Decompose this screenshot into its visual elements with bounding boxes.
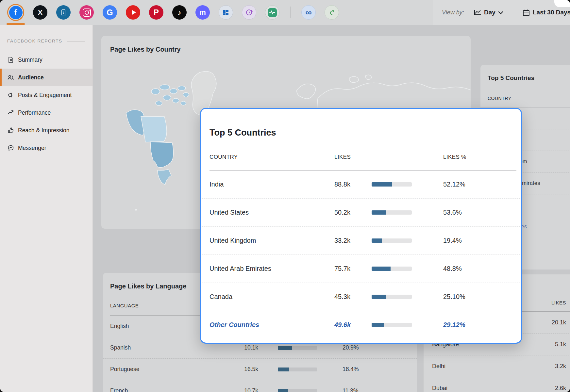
panel-title: Top 5 Countries: [488, 74, 534, 82]
likes-pct-column-header: LIKES %: [443, 154, 466, 160]
likes-bar-fill: [278, 389, 288, 392]
country-cell: United Arab Emirates: [210, 255, 271, 283]
likes-cell: 50.2k: [334, 199, 350, 226]
likes-bar: [372, 295, 412, 299]
likes-bar-fill: [372, 210, 386, 215]
likes-pct-cell: 19.4%: [443, 227, 462, 254]
map-canada-island: [181, 101, 186, 105]
country-table-row: India88.8k52.12%: [201, 171, 521, 199]
likes-bar-fill: [278, 368, 289, 371]
top-right-popup-corner: [554, 0, 570, 7]
likes-bar: [372, 267, 412, 271]
likes-column-header: LIKES: [334, 154, 351, 160]
card-title: Page Likes by Language: [110, 283, 186, 290]
likes-bar: [372, 210, 412, 215]
sidebar-item-audience[interactable]: Audience: [0, 69, 92, 86]
performance-icon: [7, 109, 14, 116]
likes-pct-cell: 48.8%: [443, 255, 462, 283]
zoho-crm-icon[interactable]: ∞: [301, 5, 316, 20]
network-icon-strip: f X G P ♪ m ∞: [7, 0, 339, 25]
youtube-icon[interactable]: [126, 5, 140, 20]
sidebar-item-posts-engagement[interactable]: Posts & Engagement: [0, 86, 92, 104]
google-icon[interactable]: G: [103, 5, 117, 20]
other-countries-row[interactable]: Other Countries49.6k29.12%: [201, 311, 521, 339]
map-canada-island: [173, 98, 179, 103]
language-column-header: LANGUAGE: [110, 303, 139, 308]
likes-pct-cell: 18.4%: [343, 359, 359, 380]
map-canada-island: [163, 95, 171, 100]
facebook-icon[interactable]: f: [9, 6, 23, 19]
likes-bar: [372, 323, 412, 327]
map-canada-island: [183, 92, 189, 97]
sidebar-item-reach-impression[interactable]: Reach & Impression: [0, 122, 92, 139]
language-table-row: French10.7k11.3%: [103, 380, 417, 392]
topbar-divider: [290, 7, 291, 18]
chevron-down-icon: [498, 10, 503, 16]
city-cell: Dubai: [432, 377, 447, 392]
city-table-row: Dubai2.6k: [424, 377, 570, 392]
likes-cell: 33.2k: [334, 227, 350, 254]
modal-country-rows: India88.8k52.12%United States50.2k53.6%U…: [201, 171, 521, 339]
top-5-countries-modal: Top 5 Countries COUNTRY LIKES LIKES % In…: [200, 108, 522, 344]
sidebar-item-label: Audience: [18, 74, 44, 81]
sidebar-item-summary[interactable]: Summary: [0, 51, 92, 69]
map-small-island: [135, 209, 137, 210]
likes-bar: [372, 182, 412, 187]
channel-topbar: f X G P ♪ m ∞: [0, 0, 570, 25]
app-clock-icon[interactable]: [242, 5, 256, 20]
topbar-right-divider: [432, 0, 432, 25]
country-column-header: COUNTRY: [210, 154, 238, 160]
country-cell: Canada: [210, 283, 232, 311]
likes-pct-cell: 11.3%: [343, 380, 358, 392]
map-islands-north: [350, 75, 372, 83]
sidebar-section-title: FACEBOOK REPORTS: [7, 39, 62, 43]
sidebar-item-label: Performance: [18, 109, 51, 116]
zoho-desk-icon[interactable]: [325, 5, 339, 20]
modal-table-headers: COUNTRY LIKES LIKES %: [201, 154, 521, 166]
language-table-row: Portuguese16.5k18.4%: [103, 359, 417, 380]
language-cell: French: [110, 380, 128, 392]
country-table-row: United Kingdom33.2k19.4%: [201, 227, 521, 255]
pinterest-icon[interactable]: P: [149, 5, 163, 20]
map-canada-island: [170, 89, 177, 94]
instagram-icon[interactable]: [79, 5, 94, 20]
app-grid-icon[interactable]: [219, 5, 233, 20]
country-table-row: United Arab Emirates75.7k48.8%: [201, 255, 521, 283]
x-twitter-icon[interactable]: X: [33, 5, 47, 20]
country-cell: United States: [210, 199, 249, 226]
country-cell: United Kingdom: [210, 227, 256, 254]
facebook-active-ring: f: [7, 4, 24, 21]
sidebar-item-messenger[interactable]: Messenger: [0, 139, 92, 157]
chart-line-icon: [474, 9, 482, 17]
card-title: Page Likes by Country: [110, 46, 181, 53]
view-by-value-dropdown[interactable]: Day: [484, 0, 495, 25]
likes-bar-fill: [372, 295, 386, 299]
sidebar-item-label: Posts & Engagement: [18, 92, 72, 99]
map-canada-island: [156, 101, 162, 106]
likes-cell: 45.3k: [334, 283, 350, 311]
likes-cell: 3.2k: [501, 355, 566, 377]
topbar-divider-2: [516, 7, 516, 18]
likes-cell: 88.8k: [334, 171, 350, 198]
reach-impression-icon: [7, 127, 14, 134]
likes-cell: 10.7k: [219, 380, 258, 392]
tiktok-icon[interactable]: ♪: [172, 5, 187, 20]
view-by-label: View by:: [442, 0, 464, 25]
likes-cell: 49.6k: [334, 311, 351, 339]
likes-bar-fill: [278, 346, 292, 350]
likes-bar: [278, 346, 317, 350]
messenger-icon: [7, 145, 14, 152]
sidebar-section-rule: [67, 41, 85, 42]
language-cell: English: [110, 316, 129, 337]
app-pulse-icon[interactable]: [265, 5, 279, 20]
likes-bar: [278, 368, 317, 371]
summary-icon: [7, 57, 14, 63]
map-europe: [297, 84, 316, 99]
likes-bar-fill: [372, 267, 391, 271]
sidebar-item-label: Summary: [18, 57, 42, 63]
likes-pct-cell: 52.12%: [443, 171, 465, 198]
likes-cell: 75.7k: [334, 255, 350, 283]
sidebar-item-performance[interactable]: Performance: [0, 104, 92, 122]
mastodon-icon[interactable]: m: [195, 5, 210, 20]
business-building-icon[interactable]: [56, 5, 71, 20]
